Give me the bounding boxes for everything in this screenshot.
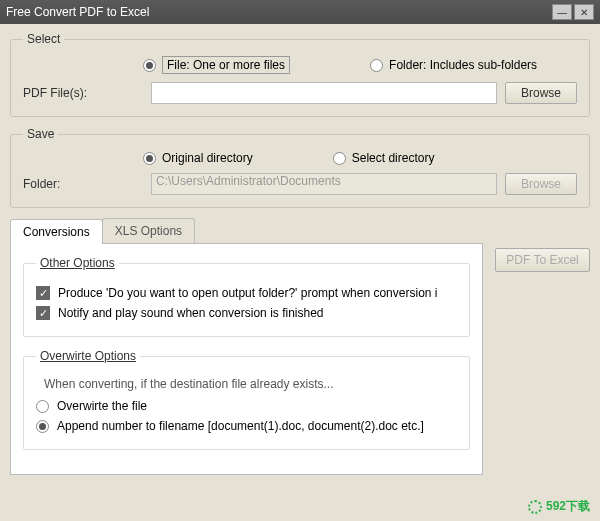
other-options-legend: Other Options [36,256,119,270]
tabs-panel: Conversions XLS Options Other Options Pr… [10,218,483,475]
save-group: Save Original directory Select directory… [10,127,590,208]
overwrite-options-group: Overwirte Options When converting, if th… [23,349,470,450]
browse-folder-button: Browse [505,173,577,195]
file-radio-label: File: One or more files [162,56,290,74]
append-number-label: Append number to filename [document(1).d… [57,419,424,433]
radio-icon [370,59,383,72]
overwrite-file-label: Overwirte the file [57,399,147,413]
select-group: Select File: One or more files Folder: I… [10,32,590,117]
watermark: 592下载 [528,498,590,515]
notify-checkbox-row[interactable]: Notify and play sound when conversion is… [36,306,457,320]
select-dir-radio[interactable]: Select directory [333,151,435,165]
prompt-checkbox-row[interactable]: Produce 'Do you want to open output fold… [36,286,457,300]
pdf-files-label: PDF File(s): [23,86,143,100]
overwrite-note: When converting, if the destination file… [44,377,457,391]
folder-label: Folder: [23,177,143,191]
append-number-radio[interactable]: Append number to filename [document(1).d… [36,419,457,433]
tab-body: Other Options Produce 'Do you want to op… [10,243,483,475]
radio-icon [36,420,49,433]
notify-label: Notify and play sound when conversion is… [58,306,324,320]
radio-icon [143,152,156,165]
save-legend: Save [23,127,58,141]
pdf-files-input[interactable] [151,82,497,104]
close-button[interactable]: ✕ [574,4,594,20]
pdf-to-excel-button[interactable]: PDF To Excel [495,248,590,272]
minimize-button[interactable]: — [552,4,572,20]
overwrite-legend: Overwirte Options [36,349,140,363]
select-dir-label: Select directory [352,151,435,165]
tab-xls-options[interactable]: XLS Options [102,218,195,243]
folder-radio-label: Folder: Includes sub-folders [389,58,537,72]
other-options-group: Other Options Produce 'Do you want to op… [23,256,470,337]
titlebar: Free Convert PDF to Excel — ✕ [0,0,600,24]
watermark-text: 592下载 [546,498,590,515]
folder-input: C:\Users\Administrator\Documents [151,173,497,195]
checkbox-icon [36,286,50,300]
original-dir-label: Original directory [162,151,253,165]
checkbox-icon [36,306,50,320]
radio-icon [333,152,346,165]
overwrite-file-radio[interactable]: Overwirte the file [36,399,457,413]
prompt-label: Produce 'Do you want to open output fold… [58,286,438,300]
tab-strip: Conversions XLS Options [10,218,483,243]
window-title: Free Convert PDF to Excel [6,5,550,19]
browse-pdf-button[interactable]: Browse [505,82,577,104]
radio-icon [36,400,49,413]
folder-radio-option[interactable]: Folder: Includes sub-folders [370,58,537,72]
original-dir-radio[interactable]: Original directory [143,151,253,165]
radio-icon [143,59,156,72]
select-legend: Select [23,32,64,46]
content-area: Select File: One or more files Folder: I… [0,24,600,483]
tab-conversions[interactable]: Conversions [10,219,103,244]
watermark-icon [528,500,542,514]
file-radio-option[interactable]: File: One or more files [143,56,290,74]
